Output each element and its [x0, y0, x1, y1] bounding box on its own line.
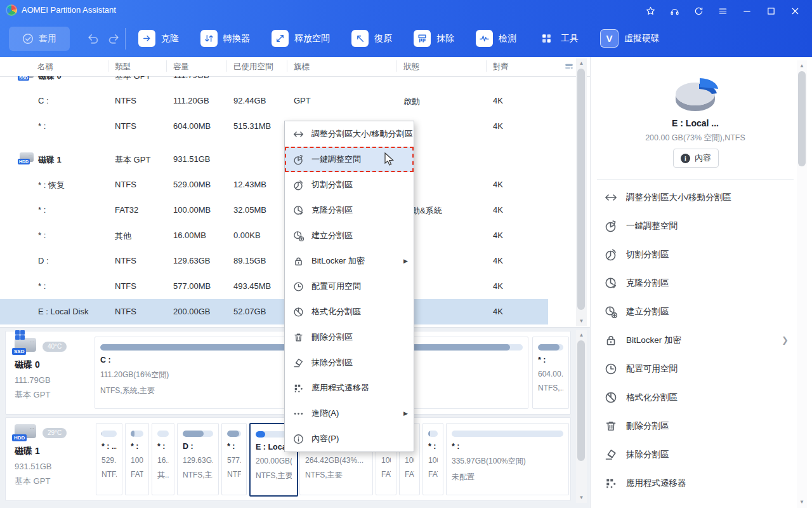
sidebar-item-bitlocker[interactable]: BitLocker 加密 ❯ — [591, 326, 800, 354]
table-scrollbar[interactable]: ▲ ▼ — [576, 58, 587, 326]
scrollbar-thumb[interactable] — [577, 69, 585, 310]
sidebar-item-clone[interactable]: 克隆分割區 — [591, 269, 800, 297]
disk1-info[interactable]: HDD··· 29°C 磁碟 1 931.51GB 基本 GPT — [15, 424, 91, 487]
toolbar-converter-button[interactable]: 轉換器 — [200, 29, 250, 48]
table-row-disk0[interactable]: SSD··· 磁碟 0 基本 GPT 111.79GB — [0, 76, 575, 88]
column-settings-icon[interactable] — [563, 62, 575, 70]
sidebar-item-create[interactable]: 建立分割區 — [591, 297, 800, 326]
menu-item-bitlocker[interactable]: BitLocker 加密 ▶ — [285, 248, 414, 274]
disk-map-scrollbar[interactable]: ▲ ▼ — [576, 330, 587, 503]
partition-block[interactable]: * : 100... FAT... — [422, 423, 443, 495]
menu-item-advanced[interactable]: 進階(A) ▶ — [285, 401, 414, 426]
scrollbar-thumb[interactable] — [577, 340, 585, 461]
menu-item-properties[interactable]: 內容(P) — [285, 426, 414, 451]
sidebar-item-onekey-adjust[interactable]: 一鍵調整空間 — [591, 211, 800, 240]
sidebar-item-delete[interactable]: 刪除分割區 — [591, 411, 800, 440]
sidebar-scrollbar[interactable]: ▲ ▼ — [797, 60, 807, 508]
context-menu: 調整分割區大小/移動分割區 一鍵調整空間 切割分割區 克隆分割區 建立分割區 B… — [284, 121, 414, 452]
minimize-button[interactable] — [735, 3, 759, 19]
window-title: AOMEI Partition Assistant — [22, 5, 116, 15]
partition-fs: FAT... — [131, 470, 143, 479]
undo-button[interactable] — [86, 32, 100, 46]
menu-item-wipe[interactable]: 抹除分割區 — [285, 350, 414, 375]
favorite-star-icon[interactable] — [638, 3, 662, 19]
partition-block[interactable]: * : ... 529... NTF... — [96, 423, 122, 495]
sidebar-item-label: 配置可用空間 — [626, 363, 678, 375]
cell-type: 基本 GPT — [115, 76, 150, 82]
col-used[interactable]: 已使用空間 — [233, 62, 273, 72]
partition-block[interactable]: * : 16.... 其... — [152, 423, 174, 495]
menu-item-clone[interactable]: 克隆分割區 — [285, 197, 414, 223]
scroll-up-icon[interactable]: ▲ — [576, 60, 587, 67]
menu-item-delete[interactable]: 刪除分割區 — [285, 324, 414, 350]
toolbar-free-space-button[interactable]: 釋放空間 — [272, 29, 330, 48]
cell-name: * : — [38, 281, 46, 291]
menu-item-create[interactable]: 建立分割區 — [285, 223, 414, 248]
refresh-icon[interactable] — [686, 3, 710, 19]
menu-item-allocate[interactable]: 配置可用空間 — [285, 274, 414, 299]
toolbar-virtual-disk-button[interactable]: V 虛擬硬碟 — [600, 29, 660, 48]
menu-item-app-mover[interactable]: 應用程式遷移器 — [285, 375, 414, 401]
partition-block-unallocated[interactable]: * : 335.97GB(100%空閒) 未配置 — [446, 423, 569, 495]
menu-item-split[interactable]: 切割分割區 — [285, 172, 414, 197]
cell-align: 4K — [493, 205, 503, 215]
scrollbar-thumb[interactable] — [798, 71, 806, 166]
trash-icon — [605, 420, 617, 432]
split-partition-icon — [605, 248, 617, 261]
col-type[interactable]: 類型 — [115, 62, 131, 72]
shredder-icon — [414, 30, 431, 47]
disk0-info[interactable]: SSD··· 40°C 磁碟 0 111.79GB 基本 GPT — [15, 338, 91, 401]
maximize-button[interactable] — [759, 3, 783, 19]
close-button[interactable] — [783, 3, 807, 19]
col-flags[interactable]: 旗標 — [294, 62, 310, 72]
col-status[interactable]: 狀態 — [403, 62, 419, 72]
table-row-e-selected[interactable]: E : Local Disk NTFS 200.00GB 52.07GB 4K — [0, 299, 548, 324]
sidebar-item-wipe[interactable]: 抹除分割區 — [591, 440, 800, 469]
partition-block-d[interactable]: D : 129.63G... NTFS,主... — [177, 423, 219, 495]
col-align[interactable]: 對齊 — [493, 62, 509, 72]
scroll-up-icon[interactable]: ▲ — [576, 331, 587, 339]
sidebar-item-resize-move[interactable]: 調整分割區大小/移動分割區 — [591, 183, 800, 211]
toolbar-wipe-button[interactable]: 抹除 — [414, 29, 454, 48]
partition-size: 264.42GB(43%... — [305, 456, 367, 465]
cell-used: 493.45MB — [233, 281, 271, 291]
scroll-up-icon[interactable]: ▲ — [797, 62, 807, 70]
toolbar-clone-button[interactable]: 克隆 — [138, 29, 179, 48]
temperature-badge: 29°C — [43, 428, 67, 438]
sidebar-item-allocate[interactable]: 配置可用空間 — [591, 354, 800, 383]
partition-block[interactable]: * : 604.00... NTFS,... — [532, 337, 569, 409]
partition-size: 16.... — [157, 456, 169, 465]
disk-size: 931.51GB — [15, 462, 91, 471]
toolbar-test-button[interactable]: 檢測 — [476, 29, 516, 48]
scroll-down-icon[interactable]: ▼ — [576, 494, 587, 502]
virtual-disk-icon: V — [600, 29, 619, 48]
support-headset-icon[interactable] — [662, 3, 686, 19]
scroll-down-icon[interactable]: ▼ — [576, 318, 587, 325]
properties-button[interactable]: i 內容 — [673, 149, 719, 168]
partition-fs: NTFS,主要 — [256, 471, 292, 481]
redo-button[interactable] — [107, 32, 121, 46]
sidebar-item-format[interactable]: 格式化分割區 — [591, 383, 800, 411]
menu-item-resize-move[interactable]: 調整分割區大小/移動分割區 — [285, 121, 414, 147]
menu-item-label: 進階(A) — [311, 408, 339, 419]
col-capacity[interactable]: 容量 — [173, 62, 189, 72]
apply-button[interactable]: 套用 — [9, 27, 70, 51]
partition-block[interactable]: * : 100... FAT... — [125, 423, 149, 495]
sidebar-action-list: 調整分割區大小/移動分割區 一鍵調整空間 切割分割區 克隆分割區 建立分割區 B… — [591, 183, 800, 497]
sidebar-item-app-mover[interactable]: 應用程式遷移器 — [591, 469, 800, 497]
toolbar-recover-button[interactable]: 復原 — [351, 29, 392, 48]
menu-item-format[interactable]: 格式化分割區 — [285, 299, 414, 324]
table-row-c[interactable]: C : NTFS 111.20GB 92.44GB GPT 啟動 4K — [0, 88, 575, 114]
allocate-space-icon — [293, 281, 304, 292]
toolbar-divider — [125, 28, 126, 50]
cell-align: 4K — [493, 231, 503, 240]
cell-used: 515.31MB — [233, 121, 271, 131]
col-name[interactable]: 名稱 — [37, 62, 53, 72]
cell-type: NTFS — [115, 121, 136, 131]
toolbar-tools-button[interactable]: 工具 — [538, 29, 579, 48]
scroll-down-icon[interactable]: ▼ — [797, 498, 807, 506]
cell-type: NTFS — [115, 96, 136, 105]
partition-block[interactable]: * : 577... NTF... — [221, 423, 247, 495]
hamburger-menu-icon[interactable] — [710, 3, 735, 19]
sidebar-item-split[interactable]: 切割分割區 — [591, 240, 800, 269]
